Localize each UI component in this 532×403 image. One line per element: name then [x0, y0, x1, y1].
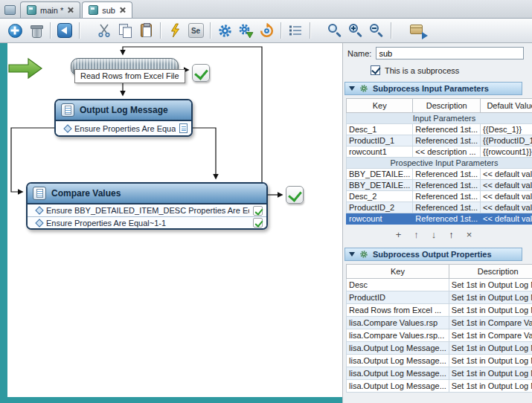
- subprocess-row: This is a subprocess: [371, 65, 532, 75]
- node-title: Compare Values: [51, 188, 121, 199]
- copy-button[interactable]: [115, 21, 135, 41]
- process-export-button[interactable]: [235, 21, 256, 41]
- scissors-icon: [97, 23, 112, 38]
- column-header-description[interactable]: Description: [413, 99, 481, 113]
- input-parameters-table: Key Description Default Value Input Para…: [346, 98, 532, 225]
- settings-button[interactable]: [214, 21, 235, 41]
- table-row[interactable]: ProductID_2Referenced 1st...<< default v…: [347, 202, 532, 213]
- export-package-button[interactable]: [406, 21, 426, 41]
- toolbar-separator: [50, 22, 51, 39]
- section-title: Subprocess Input Parameters: [373, 84, 489, 93]
- section-header-input-parameters[interactable]: Subprocess Input Parameters: [344, 82, 522, 95]
- zoom-button[interactable]: [324, 21, 345, 41]
- name-input[interactable]: [376, 47, 524, 59]
- refresh-process-button[interactable]: [256, 21, 277, 41]
- check-step[interactable]: [286, 186, 304, 204]
- table-row[interactable]: Desc_1Referenced 1st...{{Desc_1}}: [347, 124, 532, 135]
- gear-sync-icon: [259, 23, 275, 39]
- paste-icon: [141, 24, 152, 37]
- add-row-button[interactable]: +: [396, 230, 402, 240]
- move-up-button[interactable]: ↑: [414, 230, 419, 240]
- collapse-triangle-icon[interactable]: [349, 252, 355, 257]
- table-row-selected[interactable]: rowcountReferenced 1st...<< default val.…: [347, 213, 532, 225]
- move-top-button[interactable]: ↑: [449, 230, 454, 240]
- document-step-icon: [61, 103, 74, 117]
- table-actions: + ↑ ↓ ↑ ×: [346, 229, 522, 241]
- start-arrow: [9, 59, 42, 78]
- zoom-out-button[interactable]: [366, 21, 387, 41]
- back-arrow-icon: [57, 23, 72, 38]
- tab-sub[interactable]: sub: [82, 1, 132, 18]
- tab-label: sub: [102, 6, 115, 15]
- trash-icon: [31, 24, 42, 37]
- section-header-output-properties[interactable]: Subprocess Output Properties: [344, 248, 522, 261]
- zoom-in-button[interactable]: [345, 21, 366, 41]
- node-compare-values[interactable]: Compare Values Ensure BBY_DETAILED_ITEM_…: [26, 182, 268, 230]
- move-down-button[interactable]: ↓: [432, 230, 437, 240]
- check-step[interactable]: [192, 64, 210, 82]
- add-step-button[interactable]: [4, 21, 25, 41]
- subprocess-checkbox[interactable]: [371, 65, 380, 75]
- paste-button[interactable]: [135, 21, 156, 41]
- column-header-description[interactable]: Description: [449, 265, 532, 279]
- group-row: Prospective Input Parameters: [347, 158, 532, 169]
- table-row[interactable]: lisa.Output Log Message...Set 1st in Out…: [347, 342, 532, 355]
- delete-button[interactable]: [25, 21, 46, 41]
- subprocess-gear-icon: [359, 84, 368, 93]
- table-row[interactable]: Read Rows from Excel ...Set 1st in Outpu…: [347, 304, 532, 317]
- toolbar-separator: [210, 22, 211, 39]
- list-icon: [289, 25, 302, 36]
- assertion-row[interactable]: Ensure BBY_DETAILED_ITEM_DESC Properties…: [28, 204, 266, 216]
- workflow-canvas[interactable]: Read Rows from Excel File Output Log Mes…: [7, 43, 342, 397]
- table-row[interactable]: BBY_DETAILE...Referenced 1st...<< defaul…: [347, 169, 532, 180]
- close-icon[interactable]: [67, 7, 74, 13]
- toolbar-separator: [391, 22, 391, 39]
- column-header-default-value[interactable]: Default Value: [481, 99, 532, 113]
- table-row[interactable]: rowcount1<< description ...{{rowcount1}}: [347, 146, 532, 158]
- subprocess-checkbox-label: This is a subprocess: [385, 66, 459, 75]
- toolbar-separator: [310, 22, 310, 39]
- editor-icon: [4, 5, 16, 15]
- gear-arrow-icon: [238, 23, 254, 39]
- table-row[interactable]: lisa.Output Log Message...Set 1st in Out…: [347, 367, 532, 380]
- list-view-button[interactable]: [285, 21, 306, 41]
- step-tooltip: Read Rows from Excel File: [74, 69, 185, 83]
- close-icon[interactable]: [119, 7, 126, 13]
- table-row[interactable]: Desc_2Referenced 1st...<< default val...: [347, 191, 532, 202]
- table-row[interactable]: lisa.Compare Values.rspSet 1st in Compar…: [347, 317, 532, 329]
- table-row[interactable]: lisa.Output Log Message...Set 1st in Out…: [347, 355, 532, 367]
- column-header-key[interactable]: Key: [347, 265, 449, 279]
- node-output-log-message[interactable]: Output Log Message Ensure Properties Are…: [54, 99, 193, 137]
- delete-row-button[interactable]: ×: [467, 230, 472, 240]
- selenium-icon: Se: [188, 23, 204, 38]
- tab-bar: main * sub: [0, 0, 532, 19]
- toolbar-separator: [160, 22, 161, 39]
- gear-icon: [217, 23, 233, 39]
- node-header[interactable]: Output Log Message: [56, 100, 191, 121]
- table-row[interactable]: lisa.Compare Values.rsp...Set 1st in Com…: [347, 329, 532, 342]
- selenium-button[interactable]: Se: [185, 21, 206, 41]
- table-row[interactable]: DescSet 1st in Output Log M...: [347, 279, 532, 291]
- properties-panel: Name: This is a subprocess Subprocess In…: [342, 43, 532, 403]
- run-button[interactable]: [164, 21, 185, 41]
- table-row[interactable]: ProductIDSet 1st in Output Log M...: [347, 291, 532, 304]
- column-header-key[interactable]: Key: [347, 99, 413, 113]
- assertion-diamond-icon: [35, 206, 43, 214]
- name-label: Name:: [347, 49, 371, 58]
- lightning-icon: [169, 23, 182, 38]
- table-row[interactable]: BBY_DETAILE...Referenced 1st...<< defaul…: [347, 180, 532, 191]
- copy-icon: [119, 24, 132, 37]
- back-button[interactable]: [54, 21, 75, 41]
- cut-button[interactable]: [94, 21, 115, 41]
- node-header[interactable]: Compare Values: [28, 184, 266, 204]
- collapse-triangle-icon[interactable]: [349, 86, 355, 91]
- assertion-row[interactable]: Ensure Properties Are Equal: [56, 121, 191, 135]
- add-icon: [8, 24, 22, 38]
- tab-main[interactable]: main *: [20, 1, 80, 18]
- toolbar-separator: [281, 22, 281, 39]
- assertion-row[interactable]: Ensure Properties Are Equal~1-1: [28, 216, 266, 228]
- table-row[interactable]: ProductID_1Referenced 1st...{{ProductID_…: [347, 135, 532, 146]
- table-row[interactable]: lisa.Output Log Message...Set 1st in Out…: [347, 380, 532, 393]
- toolbar: Se: [0, 19, 532, 43]
- package-arrow-icon: [410, 25, 423, 34]
